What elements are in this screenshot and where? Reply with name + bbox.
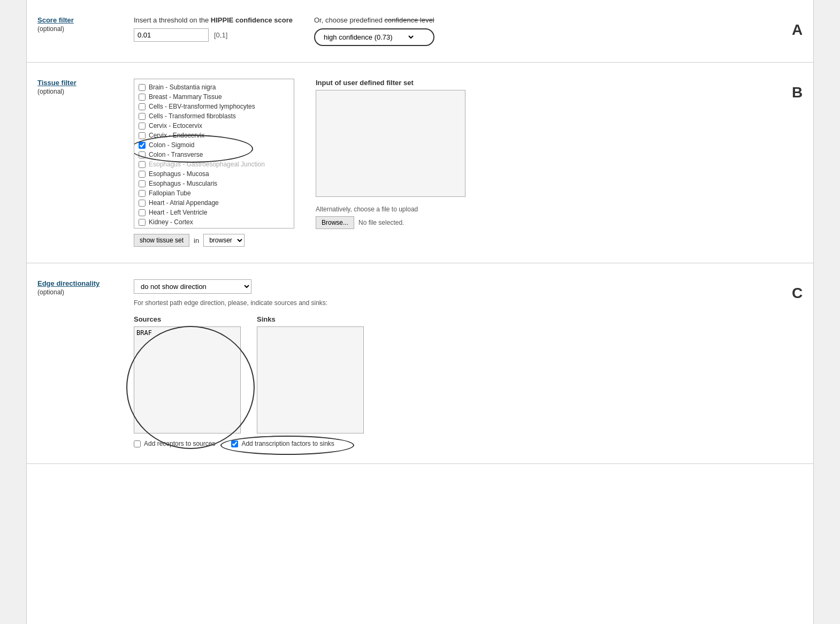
- browse-button[interactable]: Browse...: [316, 216, 354, 229]
- tissue-label: Esophagus - Muscularis: [149, 180, 217, 187]
- tissue-item: Esophagus - Gastroesophageal Junction: [136, 159, 292, 169]
- tissue-item: Kidney - Cortex: [136, 217, 292, 227]
- tissue-item-colon-sigmoid: Colon - Sigmoid: [136, 140, 292, 150]
- tissue-checkbox-esophagus-muscularis[interactable]: [139, 180, 146, 187]
- tissue-checkbox-colon-transverse[interactable]: [139, 151, 146, 158]
- add-receptors-label: Add receptors to sources: [144, 440, 215, 447]
- confidence-select-wrapper: high confidence (0.73) medium confidence…: [314, 28, 434, 46]
- tissue-label: Fallopian Tube: [149, 189, 191, 197]
- sources-sinks-row: Sources BRAF Sinks: [134, 315, 770, 433]
- or-label: Or, choose predefined confidence level: [314, 16, 434, 24]
- tissue-label: Esophagus - Mucosa: [149, 170, 209, 178]
- sinks-col: Sinks: [257, 315, 364, 433]
- edge-directionality-label-col: Edge directionality (optional): [27, 279, 123, 447]
- score-input[interactable]: [134, 28, 209, 42]
- tissue-filter-link[interactable]: Tissue filter: [37, 79, 112, 87]
- add-transcription-item: Add transcription factors to sinks: [231, 440, 334, 447]
- tissue-item-colon-transverse: Colon - Transverse: [136, 150, 292, 159]
- section-c-letter: C: [781, 279, 813, 447]
- tissue-checkbox-cervix-ecto[interactable]: [139, 123, 146, 130]
- sources-col: Sources BRAF: [134, 315, 241, 433]
- tissue-item: Cells - Transformed fibroblasts: [136, 111, 292, 121]
- tissue-item: Cervix - Ectocervix: [136, 121, 292, 131]
- score-input-row: [0,1]: [134, 28, 293, 42]
- tissue-item-heart-atrial: Heart - Atrial Appendage: [136, 198, 292, 208]
- tissue-label: Kidney - Cortex: [149, 218, 193, 226]
- tissue-label: Brain - Substantia nigra: [149, 83, 216, 91]
- page-wrapper: Score filter (optional) Insert a thresho…: [0, 0, 840, 624]
- score-range: [0,1]: [214, 31, 227, 39]
- tissue-label: Colon - Sigmoid: [149, 141, 194, 149]
- tissue-list-wrapper[interactable]: Brain - Substantia nigra Breast - Mammar…: [134, 79, 294, 229]
- tissue-left: Brain - Substantia nigra Breast - Mammar…: [134, 79, 294, 247]
- edge-directionality-link[interactable]: Edge directionality: [37, 279, 112, 287]
- tissue-filter-optional: (optional): [37, 88, 112, 95]
- tissue-label: Colon - Transverse: [149, 151, 203, 158]
- edge-directionality-body: do not show direction show direction sho…: [123, 279, 781, 447]
- tissue-checkbox-esophagus-mucosa[interactable]: [139, 171, 146, 178]
- tissue-label: Cervix - Ectocervix: [149, 122, 202, 130]
- sinks-textarea[interactable]: [257, 326, 364, 433]
- right-sidebar: [813, 0, 840, 624]
- tissue-filter-section: Tissue filter (optional) Brain - Substan…: [27, 63, 813, 263]
- checkboxes-row: Add receptors to sources Add transcripti…: [134, 440, 770, 447]
- tissue-checkbox-esophagus-gastro[interactable]: [139, 161, 146, 168]
- tissue-checkbox-cervix-endo[interactable]: [139, 132, 146, 139]
- tissue-checkbox-kidney[interactable]: [139, 219, 146, 226]
- score-desc-bold: HIPPIE confidence score: [211, 16, 293, 24]
- sources-label: Sources: [134, 315, 241, 323]
- score-filter-body: Insert a threshold on the HIPPIE confide…: [123, 16, 781, 46]
- confidence-level-strikethrough: confidence level: [385, 16, 434, 24]
- tissue-item: Cervix - Endocervix: [136, 131, 292, 140]
- score-filter-section: Score filter (optional) Insert a thresho…: [27, 0, 813, 63]
- tissue-checkbox-cells-ebv[interactable]: [139, 103, 146, 110]
- left-sidebar: [0, 0, 27, 624]
- tissue-label: Esophagus - Gastroesophageal Junction: [149, 161, 265, 168]
- user-filter-textarea[interactable]: [316, 90, 465, 197]
- score-filter-optional: (optional): [37, 25, 112, 33]
- tissue-item: Esophagus - Mucosa: [136, 169, 292, 179]
- score-filter-label-col: Score filter (optional): [27, 16, 123, 46]
- tissue-item: Heart - Left Ventricle: [136, 208, 292, 217]
- tissue-filter-body: Brain - Substantia nigra Breast - Mammar…: [123, 79, 781, 247]
- tissue-checkbox-breast[interactable]: [139, 94, 146, 101]
- no-file-label: No file selected.: [358, 219, 404, 226]
- in-label: in: [194, 237, 199, 245]
- tissue-item: Esophagus - Muscularis: [136, 179, 292, 188]
- tissue-right: Input of user defined filter set Alterna…: [316, 79, 465, 247]
- confidence-select[interactable]: high confidence (0.73) medium confidence…: [319, 32, 415, 43]
- score-right: Or, choose predefined confidence level h…: [314, 16, 434, 46]
- tissue-checkbox-cells-transformed[interactable]: [139, 113, 146, 120]
- show-tissue-row: show tissue set in browser: [134, 234, 294, 247]
- tissue-label: Cells - EBV-transformed lymphocytes: [149, 103, 255, 110]
- shortest-path-desc: For shortest path edge direction, please…: [134, 299, 770, 307]
- browser-select[interactable]: browser: [203, 234, 245, 247]
- direction-select[interactable]: do not show direction show direction sho…: [134, 279, 251, 294]
- user-filter-label: Input of user defined filter set: [316, 79, 465, 87]
- add-receptors-checkbox[interactable]: [134, 440, 141, 447]
- show-tissue-button[interactable]: show tissue set: [134, 234, 189, 247]
- section-b-letter: B: [781, 79, 813, 247]
- direction-select-wrapper: do not show direction show direction sho…: [134, 279, 770, 294]
- add-transcription-checkbox[interactable]: [231, 440, 238, 447]
- tissue-label: Cervix - Endocervix: [149, 132, 204, 139]
- tissue-checkbox-heart-atrial[interactable]: [139, 200, 146, 207]
- sources-textarea[interactable]: BRAF: [134, 326, 241, 433]
- score-filter-link[interactable]: Score filter: [37, 16, 112, 24]
- tissue-checkbox-fallopian[interactable]: [139, 190, 146, 197]
- alternatively-label: Alternatively, choose a file to upload: [316, 206, 465, 213]
- tissue-item: Cells - EBV-transformed lymphocytes: [136, 102, 292, 111]
- tissue-label: Cells - Transformed fibroblasts: [149, 112, 236, 120]
- tissue-checkbox-brain-substantia[interactable]: [139, 84, 146, 91]
- add-transcription-label: Add transcription factors to sinks: [241, 440, 334, 447]
- score-desc-prefix: Insert a threshold on the: [134, 16, 211, 24]
- edge-directionality-optional: (optional): [37, 288, 112, 296]
- tissue-checkbox-colon-sigmoid[interactable]: [139, 142, 146, 149]
- browse-row: Browse... No file selected.: [316, 216, 465, 229]
- tissue-label: Heart - Atrial Appendage: [149, 199, 219, 207]
- section-a-letter: A: [781, 16, 813, 46]
- or-prefix: Or, choose predefined: [314, 16, 385, 24]
- tissue-label: Breast - Mammary Tissue: [149, 93, 222, 101]
- tissue-checkbox-heart-left[interactable]: [139, 209, 146, 216]
- score-description: Insert a threshold on the HIPPIE confide…: [134, 16, 293, 24]
